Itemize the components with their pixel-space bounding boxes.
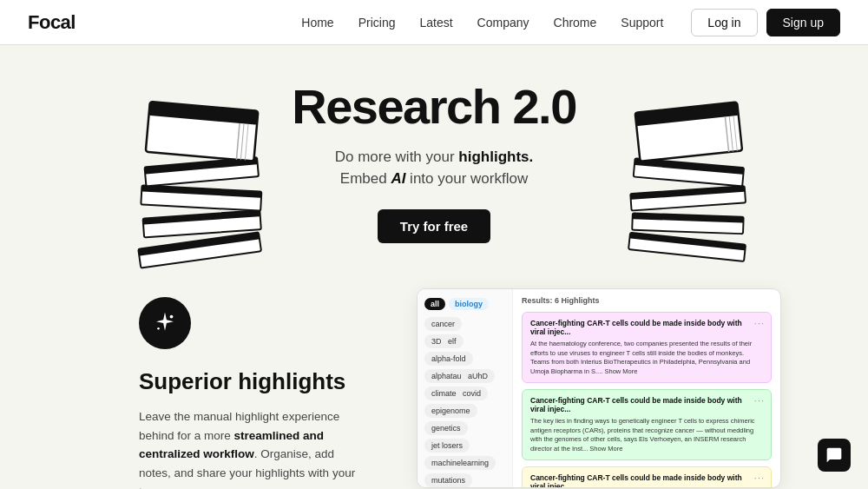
app-inner: all biology cancer 3D elf alpha-fold alp… (418, 289, 780, 487)
signup-button[interactable]: Sign up (766, 9, 840, 36)
hero-subtitle-text1: Do more with your (335, 149, 459, 165)
svg-point-26 (170, 315, 174, 319)
hero-subtitle: Do more with your highlights. Embed AI i… (335, 146, 534, 190)
navbar: Focal Home Pricing Latest Company Chrome… (0, 0, 868, 45)
card-menu-1[interactable]: ··· (754, 318, 765, 328)
tag-all[interactable]: all (424, 298, 445, 310)
sidebar-tag-jetlosers[interactable]: jet losers (424, 439, 470, 453)
chat-widget-button[interactable] (818, 439, 851, 472)
sidebar-tag-alphafold[interactable]: alpha-fold (424, 352, 473, 366)
sidebar-tag-epigenome[interactable]: epigenome (424, 404, 477, 418)
results-label: Results: 6 Highlights (522, 296, 772, 305)
hero-ai-text: AI (391, 170, 405, 187)
section-title: Superior highlights (139, 368, 365, 395)
features-section: Superior highlights Leave the manual hig… (0, 271, 868, 489)
hero-subtitle-text2: Embed (340, 170, 391, 187)
svg-point-27 (157, 327, 160, 330)
app-sidebar: all biology cancer 3D elf alpha-fold alp… (418, 289, 513, 487)
try-free-button[interactable]: Try for free (378, 209, 490, 243)
highlight-card-2: ··· Cancer-fighting CAR-T cells could be… (522, 389, 772, 460)
sidebar-tag-3d[interactable]: 3D elf (424, 334, 464, 348)
card-body-2: The key lies in finding ways to genetica… (530, 417, 763, 453)
sidebar-tag-alphatau[interactable]: alphatau aUhD (424, 369, 495, 383)
card-menu-2[interactable]: ··· (754, 395, 765, 406)
sidebar-tag-mutations[interactable]: mutations (424, 473, 472, 487)
highlight-card-1: ··· Cancer-fighting CAR-T cells could be… (522, 312, 772, 383)
sidebar-tag-genetics[interactable]: genetics (424, 421, 468, 435)
nav-pricing[interactable]: Pricing (358, 16, 396, 30)
hero-section: Research 2.0 Do more with your highlight… (0, 45, 868, 271)
nav-support[interactable]: Support (621, 16, 663, 30)
card-title-3: Cancer-fighting CAR-T cells could be mad… (530, 473, 763, 487)
nav-latest[interactable]: Latest (419, 16, 452, 30)
nav-chrome[interactable]: Chrome (554, 16, 597, 30)
hero-title: Research 2.0 (292, 80, 576, 134)
sidebar-tag-cancer[interactable]: cancer (424, 317, 462, 331)
nav-links: Home Pricing Latest Company Chrome Suppo… (301, 15, 663, 30)
hero-subtitle-text3: into your workflow (405, 170, 528, 187)
sidebar-tag-list: cancer 3D elf alpha-fold alphatau aUhD c… (424, 317, 505, 488)
card-title-2: Cancer-fighting CAR-T cells could be mad… (530, 396, 763, 413)
features-left: Superior highlights Leave the manual hig… (139, 288, 365, 489)
nav-home[interactable]: Home (301, 16, 333, 30)
highlight-card-3: ··· Cancer-fighting CAR-T cells could be… (522, 466, 772, 487)
book-illustration-left (126, 93, 273, 267)
card-menu-3[interactable]: ··· (754, 472, 765, 483)
sparkle-icon (152, 310, 178, 336)
card-body-1: At the haematology conference, two compa… (530, 340, 763, 376)
hero-subtitle-highlights: highlights. (458, 149, 533, 165)
sparkle-icon-circle (139, 297, 191, 349)
chat-icon (825, 446, 843, 464)
section-description: Leave the manual highlight experience be… (139, 407, 365, 489)
tag-biology[interactable]: biology (449, 298, 489, 310)
sidebar-tag-climate[interactable]: climate covid (424, 387, 488, 400)
nav-company[interactable]: Company (477, 16, 529, 30)
app-preview-panel: all biology cancer 3D elf alpha-fold alp… (417, 288, 781, 488)
brand-logo[interactable]: Focal (28, 11, 76, 34)
sidebar-tag-ml[interactable]: machinelearning (424, 456, 496, 470)
app-top-tags: all biology (424, 298, 505, 310)
login-button[interactable]: Log in (691, 9, 757, 36)
card-title-1: Cancer-fighting CAR-T cells could be mad… (530, 319, 763, 336)
app-content-area: Results: 6 Highlights ··· Cancer-fightin… (513, 289, 780, 487)
nav-auth-buttons: Log in Sign up (691, 9, 840, 36)
book-illustration-right (621, 97, 755, 267)
